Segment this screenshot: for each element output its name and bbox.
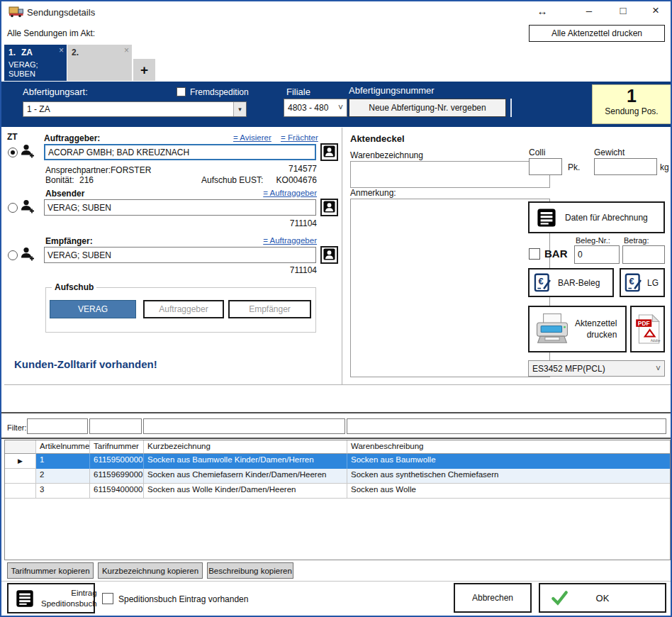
filter-kurzbezeichnung-input[interactable]: [143, 418, 345, 434]
tab1-close-icon[interactable]: ×: [59, 45, 64, 55]
fremdspedition-checkbox[interactable]: [177, 87, 186, 96]
absender-input[interactable]: [44, 199, 316, 216]
abfertigungsart-select[interactable]: 1 - ZA ▾: [23, 101, 247, 117]
euro-receipt-icon: €: [625, 273, 643, 293]
aufschub-empfaenger-button[interactable]: Empfänger: [228, 300, 311, 318]
position-count-label: Sendung Pos.: [593, 106, 671, 116]
betrag-input[interactable]: [622, 245, 665, 264]
zt-column-label: ZT: [7, 132, 18, 142]
bonitaet-value: 216: [79, 175, 94, 185]
bar-beleg-button[interactable]: € BAR-Beleg: [528, 268, 614, 297]
auftraggeber-contact-button[interactable]: [320, 143, 338, 161]
list-icon: [16, 589, 34, 608]
speditionsbuch-checkbox[interactable]: [102, 593, 113, 604]
pdf-export-button[interactable]: PDF Adobe: [630, 306, 665, 352]
empfaenger-radio[interactable]: [8, 250, 18, 260]
list-icon: [537, 208, 556, 228]
cell-warenbeschreibung: Socken aus Wolle: [347, 484, 670, 498]
tab2-close-icon[interactable]: ×: [124, 45, 129, 55]
empfaenger-auftraggeber-link[interactable]: = Auftraggeber: [253, 236, 317, 245]
absender-auftraggeber-link[interactable]: = Auftraggeber: [253, 189, 317, 197]
print-all-aktenzettel-button[interactable]: Alle Aktenzettel drucken: [529, 25, 665, 42]
filter-tarifnummer-input[interactable]: [89, 418, 142, 434]
close-button[interactable]: ×: [648, 4, 663, 17]
speditionsbuch-line1: Eintrag: [71, 589, 96, 597]
table-row[interactable]: 2 61159699000 Socken aus Chemiefasern Ki…: [5, 469, 670, 484]
ok-button[interactable]: OK: [539, 583, 666, 613]
copy-beschreibung-button[interactable]: Beschreibung kopieren: [207, 562, 293, 579]
lg-button[interactable]: € LG: [620, 268, 665, 297]
printer-value: ES3452 MFP(PCL): [529, 364, 652, 374]
copy-kurzbezeichnung-label: Kurzbezeichnung kopieren: [102, 567, 198, 575]
auftraggeber-radio[interactable]: [8, 148, 18, 157]
avisierer-link[interactable]: = Avisierer: [233, 133, 271, 142]
filter-warenbeschreibung-input[interactable]: [347, 418, 666, 434]
tab-shipment-1[interactable]: 1. ZA VERAG; SUBEN ×: [4, 45, 67, 81]
beleg-nr-label: Beleg-Nr.:: [576, 236, 610, 245]
table-section-top-border: [1, 412, 671, 413]
auftraggeber-number: 714577: [260, 164, 317, 174]
col-artikelnummer[interactable]: Artikelnummer: [36, 440, 90, 454]
resize-horizontal-icon[interactable]: ↔: [534, 5, 550, 18]
tab1-type: ZA: [21, 48, 33, 57]
absender-contact-button[interactable]: [320, 199, 338, 216]
cell-artikelnummer: 1: [36, 454, 90, 469]
eintrag-speditionsbuch-button[interactable]: Eintrag Speditionsbuch: [7, 583, 95, 613]
add-contact-icon[interactable]: [20, 246, 35, 264]
minimize-button[interactable]: –: [581, 4, 597, 17]
empfaenger-input[interactable]: [44, 247, 316, 263]
aktenzettel-drucken-button[interactable]: Aktenzettel drucken: [528, 306, 627, 352]
bar-checkbox[interactable]: [529, 248, 540, 260]
filiale-value: 4803 - 480: [284, 103, 335, 113]
eintrag-speditionsbuch-label: Eintrag Speditionsbuch: [41, 588, 97, 609]
ok-label: OK: [596, 593, 610, 604]
pdf-icon: PDF Adobe: [635, 314, 661, 344]
printer-select[interactable]: ES3452 MFP(PCL) ˅: [528, 360, 665, 377]
cancel-button[interactable]: Abbrechen: [454, 583, 532, 613]
filter-artikelnummer-input[interactable]: [27, 418, 88, 434]
col-tarifnummer[interactable]: Tarifnummer: [90, 440, 144, 454]
aktenzettel-drucken-label: Aktenzettel drucken: [575, 318, 617, 340]
maximize-button[interactable]: □: [615, 4, 631, 17]
printer-icon: [534, 313, 571, 345]
aufschub-verag-button[interactable]: VERAG: [50, 300, 136, 318]
copy-tarifnummer-button[interactable]: Tarifnummer kopieren: [7, 562, 94, 579]
warenbezeichnung-textarea[interactable]: [350, 161, 550, 188]
tab1-line3: SUBEN: [9, 70, 35, 78]
beleg-nr-input[interactable]: [574, 245, 620, 264]
add-contact-icon[interactable]: [20, 199, 35, 216]
fremdspedition-label: Fremdspedition: [190, 87, 249, 97]
chevron-down-icon: ▾: [233, 102, 246, 116]
cell-artikelnummer: 3: [36, 484, 90, 498]
aktenzettel-line1: Aktenzettel: [575, 318, 617, 328]
empfaenger-contact-button[interactable]: [320, 246, 338, 264]
tab-shipment-2[interactable]: 2. ×: [67, 45, 132, 81]
aufschub-auftraggeber-button[interactable]: Auftraggeber: [143, 300, 224, 318]
new-abfertigung-number-button[interactable]: Neue Abfertigung-Nr. vergeben: [349, 99, 506, 117]
table-row[interactable]: ▶ 1 61159500000 Socken aus Baumwolle Kin…: [5, 454, 670, 469]
copy-beschreibung-label: Beschreibung kopieren: [208, 567, 292, 575]
copy-kurzbezeichnung-button[interactable]: Kurzbezeichnung kopieren: [98, 562, 203, 579]
absender-radio[interactable]: [8, 203, 18, 213]
abfertigungsnummer-label: Abfertigungsnummer: [349, 85, 435, 96]
add-shipment-tab-button[interactable]: +: [133, 59, 155, 81]
absender-label: Absender: [45, 189, 84, 199]
tab1-number: 1.: [9, 48, 16, 57]
gewicht-input[interactable]: [594, 158, 657, 175]
anmerkung-textarea[interactable]: [350, 199, 550, 377]
auftraggeber-input[interactable]: [44, 144, 316, 160]
bonitaet-label: Bonität:: [45, 175, 74, 185]
fraechter-link[interactable]: = Frächter: [281, 133, 318, 142]
grid-header-row: Artikelnummer Tarifnummer Kurzbezeichnun…: [5, 440, 670, 454]
col-kurzbezeichnung[interactable]: Kurzbezeichnung: [144, 440, 347, 454]
add-contact-icon[interactable]: [20, 143, 35, 161]
table-row[interactable]: 3 61159400000 Socken aus Wolle Kinder/Da…: [5, 484, 670, 499]
check-icon: [550, 589, 569, 607]
daten-fuer-abrechnung-button[interactable]: Daten für Abrechnung: [528, 201, 665, 233]
filter-label: Filter:: [7, 423, 27, 432]
empfaenger-number: 711104: [260, 265, 317, 275]
col-warenbeschreibung[interactable]: Warenbeschreibung: [347, 440, 670, 454]
filiale-select[interactable]: 4803 - 480 ˅: [284, 99, 347, 117]
contact-icon: [323, 201, 335, 215]
colli-input[interactable]: [529, 158, 562, 175]
